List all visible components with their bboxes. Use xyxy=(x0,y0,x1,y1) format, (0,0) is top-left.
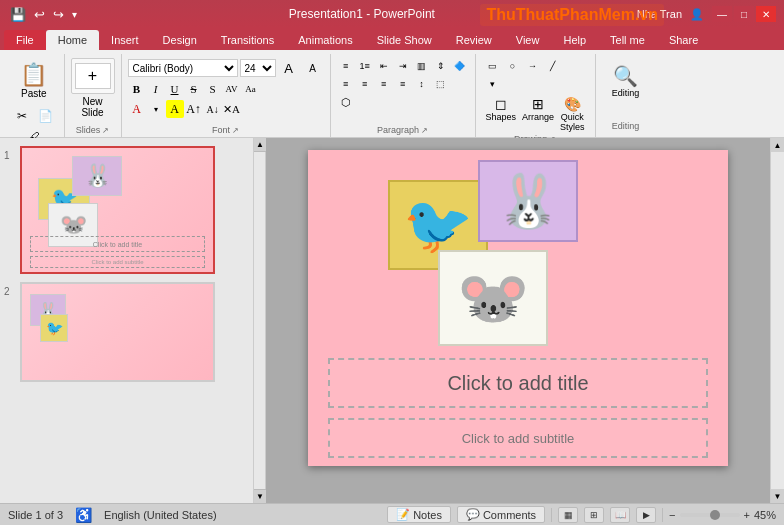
tab-help[interactable]: Help xyxy=(551,30,598,50)
text-shadow-button[interactable]: S xyxy=(204,80,222,98)
main-area: 1 🐦 🐰 🐭 Click to add title Click to add … xyxy=(0,138,784,503)
text-direction-button[interactable]: ⇕ xyxy=(432,58,450,74)
slides-expand-icon[interactable]: ↗ xyxy=(102,126,109,135)
slide-panel-scrollbar: ▲ ▼ xyxy=(254,138,266,503)
undo-icon[interactable]: ↩ xyxy=(32,7,47,22)
paste-button[interactable]: 📋 Paste xyxy=(14,54,53,106)
font-color-arrow[interactable]: ▾ xyxy=(147,100,165,118)
arrange-button[interactable]: ⊞ Arrange xyxy=(520,94,556,134)
reading-view-button[interactable]: 📖 xyxy=(610,507,630,523)
align-center-button[interactable]: ≡ xyxy=(356,76,374,92)
window-controls: — □ ✕ xyxy=(712,6,776,22)
notes-button[interactable]: 📝 Notes xyxy=(387,506,451,523)
new-slide-layout-picker[interactable]: + xyxy=(71,58,115,94)
minimize-button[interactable]: — xyxy=(712,6,732,22)
editing-button[interactable]: 🔍 Editing xyxy=(604,58,648,104)
cut-button[interactable]: ✂ xyxy=(11,106,33,126)
justify-button[interactable]: ≡ xyxy=(394,76,412,92)
vertical-scrollbar: ▲ ▼ xyxy=(770,138,784,503)
comments-button[interactable]: 💬 Comments xyxy=(457,506,545,523)
vscroll-up[interactable]: ▲ xyxy=(771,138,785,152)
shapes-button[interactable]: ◻ Shapes xyxy=(483,94,518,134)
user-icon[interactable]: 👤 xyxy=(690,8,704,21)
font-family-select[interactable]: Calibri (Body) xyxy=(128,59,238,77)
strikethrough-button[interactable]: S xyxy=(185,80,203,98)
font-expand-icon[interactable]: ↗ xyxy=(232,126,239,135)
tab-share[interactable]: Share xyxy=(657,30,710,50)
zoom-out-button[interactable]: − xyxy=(669,509,675,521)
shape-arrow[interactable]: → xyxy=(523,58,541,74)
quick-styles-button[interactable]: 🎨 QuickStyles xyxy=(558,94,587,134)
normal-view-button[interactable]: ▦ xyxy=(558,507,578,523)
align-left-button[interactable]: ≡ xyxy=(337,76,355,92)
save-icon[interactable]: 💾 xyxy=(8,7,28,22)
shape-rect[interactable]: ▭ xyxy=(483,58,501,74)
text-size-up[interactable]: A↑ xyxy=(185,100,203,118)
editing-group: 🔍 Editing Editing xyxy=(596,54,656,137)
numbering-button[interactable]: 1≡ xyxy=(356,58,374,74)
tab-design[interactable]: Design xyxy=(151,30,209,50)
close-button[interactable]: ✕ xyxy=(756,6,776,22)
clear-format-button[interactable]: ✕A xyxy=(223,100,241,118)
shape-circle[interactable]: ○ xyxy=(503,58,521,74)
bullets-button[interactable]: ≡ xyxy=(337,58,355,74)
convert-to-smartart[interactable]: ⬡ xyxy=(337,94,355,110)
status-divider2 xyxy=(662,508,663,522)
shape-line[interactable]: ╱ xyxy=(543,58,561,74)
character-spacing-button[interactable]: AV xyxy=(223,80,241,98)
new-slide-label[interactable]: NewSlide xyxy=(81,96,103,118)
tab-review[interactable]: Review xyxy=(444,30,504,50)
slide-item-1[interactable]: 1 🐦 🐰 🐭 Click to add title Click to add … xyxy=(4,146,249,274)
status-divider xyxy=(551,508,552,522)
panel-scroll-up[interactable]: ▲ xyxy=(254,138,266,152)
tab-transitions[interactable]: Transitions xyxy=(209,30,286,50)
customize-qat-icon[interactable]: ▾ xyxy=(70,9,79,20)
redo-icon[interactable]: ↪ xyxy=(51,7,66,22)
maximize-button[interactable]: □ xyxy=(734,6,754,22)
decrease-indent-button[interactable]: ⇤ xyxy=(375,58,393,74)
slide-subtitle-box[interactable]: Click to add subtitle xyxy=(328,418,708,458)
columns-button[interactable]: ▥ xyxy=(413,58,431,74)
text-highlight-button[interactable]: A xyxy=(166,100,184,118)
slide-item-2[interactable]: 2 🐰 🐦 xyxy=(4,282,249,382)
slide-thumb-1[interactable]: 🐦 🐰 🐭 Click to add title Click to add su… xyxy=(20,146,215,274)
slide-canvas[interactable]: 🐦 🐰 🐭 Click to add title Click to add su… xyxy=(308,150,728,466)
tab-view[interactable]: View xyxy=(504,30,552,50)
slide-title-box[interactable]: Click to add title xyxy=(328,358,708,408)
increase-indent-button[interactable]: ⇥ xyxy=(394,58,412,74)
panel-scroll-down[interactable]: ▼ xyxy=(254,489,266,503)
increase-font-size-button[interactable]: A xyxy=(278,58,300,78)
text-size-down[interactable]: A↓ xyxy=(204,100,222,118)
smartart-button[interactable]: 🔷 xyxy=(451,58,469,74)
canvas-animal-rabbit-box[interactable]: 🐰 xyxy=(478,160,578,242)
underline-button[interactable]: U xyxy=(166,80,184,98)
tab-slideshow[interactable]: Slide Show xyxy=(365,30,444,50)
slideshow-button[interactable]: ▶ xyxy=(636,507,656,523)
accessibility-icon[interactable]: ♿ xyxy=(75,507,92,523)
tab-home[interactable]: Home xyxy=(46,30,99,50)
zoom-in-button[interactable]: + xyxy=(744,509,750,521)
align-right-button[interactable]: ≡ xyxy=(375,76,393,92)
para-spacing-button[interactable]: ⬚ xyxy=(432,76,450,92)
decrease-font-size-button[interactable]: A xyxy=(302,58,324,78)
shape-more[interactable]: ▾ xyxy=(483,76,501,92)
paragraph-expand-icon[interactable]: ↗ xyxy=(421,126,428,135)
title-bar: 💾 ↩ ↪ ▾ Presentation1 - PowerPoint Nha T… xyxy=(0,0,784,28)
slide-sorter-button[interactable]: ⊞ xyxy=(584,507,604,523)
tab-insert[interactable]: Insert xyxy=(99,30,151,50)
zoom-slider[interactable] xyxy=(680,513,740,517)
line-spacing-button[interactable]: ↕ xyxy=(413,76,431,92)
slide-thumb-2[interactable]: 🐰 🐦 xyxy=(20,282,215,382)
tab-file[interactable]: File xyxy=(4,30,46,50)
copy-button[interactable]: 📄 xyxy=(35,106,57,126)
change-case-button[interactable]: Aa xyxy=(242,80,260,98)
tab-animations[interactable]: Animations xyxy=(286,30,364,50)
bold-button[interactable]: B xyxy=(128,80,146,98)
canvas-bird-icon: 🐦 xyxy=(403,192,473,258)
canvas-animal-cat-box[interactable]: 🐭 xyxy=(438,250,548,346)
font-size-select[interactable]: 24 xyxy=(240,59,276,77)
font-color-button[interactable]: A xyxy=(128,100,146,118)
tab-tellme[interactable]: Tell me xyxy=(598,30,657,50)
italic-button[interactable]: I xyxy=(147,80,165,98)
vscroll-down[interactable]: ▼ xyxy=(771,489,785,503)
